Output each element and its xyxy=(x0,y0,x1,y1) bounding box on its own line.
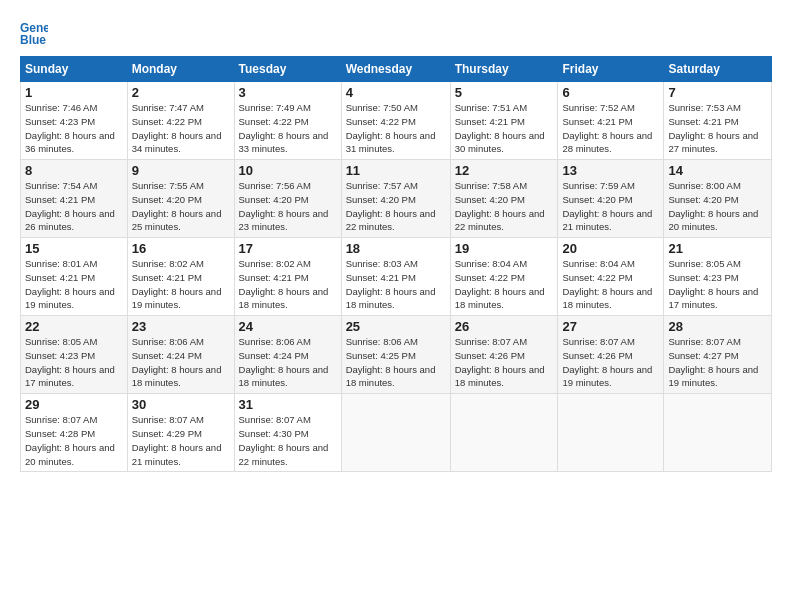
daylight-label: Daylight: 8 hours and 28 minutes. xyxy=(562,130,652,155)
calendar-cell: 18 Sunrise: 8:03 AM Sunset: 4:21 PM Dayl… xyxy=(341,238,450,316)
day-number: 29 xyxy=(25,397,123,412)
sunrise-label: Sunrise: 8:07 AM xyxy=(668,336,740,347)
sunset-label: Sunset: 4:23 PM xyxy=(25,116,95,127)
day-info: Sunrise: 8:02 AM Sunset: 4:21 PM Dayligh… xyxy=(239,257,337,312)
sunset-label: Sunset: 4:21 PM xyxy=(562,116,632,127)
sunrise-label: Sunrise: 7:58 AM xyxy=(455,180,527,191)
sunset-label: Sunset: 4:27 PM xyxy=(668,350,738,361)
calendar-cell: 20 Sunrise: 8:04 AM Sunset: 4:22 PM Dayl… xyxy=(558,238,664,316)
day-number: 24 xyxy=(239,319,337,334)
sunset-label: Sunset: 4:22 PM xyxy=(455,272,525,283)
daylight-label: Daylight: 8 hours and 18 minutes. xyxy=(562,286,652,311)
calendar-table: SundayMondayTuesdayWednesdayThursdayFrid… xyxy=(20,56,772,472)
week-row-2: 8 Sunrise: 7:54 AM Sunset: 4:21 PM Dayli… xyxy=(21,160,772,238)
day-number: 9 xyxy=(132,163,230,178)
daylight-label: Daylight: 8 hours and 31 minutes. xyxy=(346,130,436,155)
day-number: 16 xyxy=(132,241,230,256)
day-number: 12 xyxy=(455,163,554,178)
daylight-label: Daylight: 8 hours and 20 minutes. xyxy=(668,208,758,233)
sunset-label: Sunset: 4:21 PM xyxy=(668,116,738,127)
day-info: Sunrise: 8:04 AM Sunset: 4:22 PM Dayligh… xyxy=(455,257,554,312)
day-info: Sunrise: 8:03 AM Sunset: 4:21 PM Dayligh… xyxy=(346,257,446,312)
calendar-cell: 30 Sunrise: 8:07 AM Sunset: 4:29 PM Dayl… xyxy=(127,394,234,472)
day-info: Sunrise: 7:46 AM Sunset: 4:23 PM Dayligh… xyxy=(25,101,123,156)
daylight-label: Daylight: 8 hours and 30 minutes. xyxy=(455,130,545,155)
col-header-saturday: Saturday xyxy=(664,57,772,82)
day-info: Sunrise: 8:00 AM Sunset: 4:20 PM Dayligh… xyxy=(668,179,767,234)
daylight-label: Daylight: 8 hours and 18 minutes. xyxy=(455,364,545,389)
day-number: 4 xyxy=(346,85,446,100)
day-number: 23 xyxy=(132,319,230,334)
sunset-label: Sunset: 4:20 PM xyxy=(239,194,309,205)
calendar-cell: 19 Sunrise: 8:04 AM Sunset: 4:22 PM Dayl… xyxy=(450,238,558,316)
calendar-cell: 7 Sunrise: 7:53 AM Sunset: 4:21 PM Dayli… xyxy=(664,82,772,160)
day-number: 14 xyxy=(668,163,767,178)
day-info: Sunrise: 8:06 AM Sunset: 4:24 PM Dayligh… xyxy=(239,335,337,390)
day-info: Sunrise: 7:51 AM Sunset: 4:21 PM Dayligh… xyxy=(455,101,554,156)
day-info: Sunrise: 7:53 AM Sunset: 4:21 PM Dayligh… xyxy=(668,101,767,156)
day-number: 19 xyxy=(455,241,554,256)
calendar-cell: 12 Sunrise: 7:58 AM Sunset: 4:20 PM Dayl… xyxy=(450,160,558,238)
day-info: Sunrise: 8:07 AM Sunset: 4:26 PM Dayligh… xyxy=(455,335,554,390)
calendar-cell: 22 Sunrise: 8:05 AM Sunset: 4:23 PM Dayl… xyxy=(21,316,128,394)
calendar-cell: 17 Sunrise: 8:02 AM Sunset: 4:21 PM Dayl… xyxy=(234,238,341,316)
day-number: 6 xyxy=(562,85,659,100)
col-header-friday: Friday xyxy=(558,57,664,82)
sunset-label: Sunset: 4:22 PM xyxy=(562,272,632,283)
calendar-cell: 21 Sunrise: 8:05 AM Sunset: 4:23 PM Dayl… xyxy=(664,238,772,316)
calendar-cell: 1 Sunrise: 7:46 AM Sunset: 4:23 PM Dayli… xyxy=(21,82,128,160)
calendar-cell: 14 Sunrise: 8:00 AM Sunset: 4:20 PM Dayl… xyxy=(664,160,772,238)
day-info: Sunrise: 8:06 AM Sunset: 4:24 PM Dayligh… xyxy=(132,335,230,390)
week-row-4: 22 Sunrise: 8:05 AM Sunset: 4:23 PM Dayl… xyxy=(21,316,772,394)
page: General Blue SundayMondayTuesdayWednesda… xyxy=(0,0,792,612)
day-number: 2 xyxy=(132,85,230,100)
day-info: Sunrise: 8:06 AM Sunset: 4:25 PM Dayligh… xyxy=(346,335,446,390)
sunrise-label: Sunrise: 8:04 AM xyxy=(455,258,527,269)
calendar-cell: 11 Sunrise: 7:57 AM Sunset: 4:20 PM Dayl… xyxy=(341,160,450,238)
sunrise-label: Sunrise: 8:06 AM xyxy=(239,336,311,347)
daylight-label: Daylight: 8 hours and 19 minutes. xyxy=(668,364,758,389)
header: General Blue xyxy=(20,18,772,46)
col-header-thursday: Thursday xyxy=(450,57,558,82)
day-number: 15 xyxy=(25,241,123,256)
daylight-label: Daylight: 8 hours and 18 minutes. xyxy=(132,364,222,389)
day-number: 20 xyxy=(562,241,659,256)
sunrise-label: Sunrise: 7:56 AM xyxy=(239,180,311,191)
day-info: Sunrise: 8:02 AM Sunset: 4:21 PM Dayligh… xyxy=(132,257,230,312)
calendar-cell: 27 Sunrise: 8:07 AM Sunset: 4:26 PM Dayl… xyxy=(558,316,664,394)
sunset-label: Sunset: 4:20 PM xyxy=(132,194,202,205)
sunset-label: Sunset: 4:21 PM xyxy=(239,272,309,283)
sunset-label: Sunset: 4:21 PM xyxy=(455,116,525,127)
week-row-5: 29 Sunrise: 8:07 AM Sunset: 4:28 PM Dayl… xyxy=(21,394,772,472)
daylight-label: Daylight: 8 hours and 23 minutes. xyxy=(239,208,329,233)
calendar-cell: 26 Sunrise: 8:07 AM Sunset: 4:26 PM Dayl… xyxy=(450,316,558,394)
sunset-label: Sunset: 4:20 PM xyxy=(455,194,525,205)
sunset-label: Sunset: 4:23 PM xyxy=(25,350,95,361)
calendar-cell: 8 Sunrise: 7:54 AM Sunset: 4:21 PM Dayli… xyxy=(21,160,128,238)
sunrise-label: Sunrise: 7:50 AM xyxy=(346,102,418,113)
daylight-label: Daylight: 8 hours and 34 minutes. xyxy=(132,130,222,155)
sunrise-label: Sunrise: 7:49 AM xyxy=(239,102,311,113)
calendar-cell: 23 Sunrise: 8:06 AM Sunset: 4:24 PM Dayl… xyxy=(127,316,234,394)
daylight-label: Daylight: 8 hours and 36 minutes. xyxy=(25,130,115,155)
day-number: 7 xyxy=(668,85,767,100)
daylight-label: Daylight: 8 hours and 18 minutes. xyxy=(346,286,436,311)
day-number: 13 xyxy=(562,163,659,178)
calendar-header-row: SundayMondayTuesdayWednesdayThursdayFrid… xyxy=(21,57,772,82)
sunset-label: Sunset: 4:22 PM xyxy=(132,116,202,127)
day-number: 26 xyxy=(455,319,554,334)
calendar-cell: 15 Sunrise: 8:01 AM Sunset: 4:21 PM Dayl… xyxy=(21,238,128,316)
week-row-1: 1 Sunrise: 7:46 AM Sunset: 4:23 PM Dayli… xyxy=(21,82,772,160)
sunset-label: Sunset: 4:29 PM xyxy=(132,428,202,439)
calendar-cell: 16 Sunrise: 8:02 AM Sunset: 4:21 PM Dayl… xyxy=(127,238,234,316)
sunrise-label: Sunrise: 8:06 AM xyxy=(346,336,418,347)
daylight-label: Daylight: 8 hours and 33 minutes. xyxy=(239,130,329,155)
daylight-label: Daylight: 8 hours and 19 minutes. xyxy=(25,286,115,311)
sunrise-label: Sunrise: 7:51 AM xyxy=(455,102,527,113)
sunrise-label: Sunrise: 8:02 AM xyxy=(132,258,204,269)
daylight-label: Daylight: 8 hours and 22 minutes. xyxy=(346,208,436,233)
daylight-label: Daylight: 8 hours and 18 minutes. xyxy=(346,364,436,389)
sunset-label: Sunset: 4:20 PM xyxy=(346,194,416,205)
day-info: Sunrise: 7:52 AM Sunset: 4:21 PM Dayligh… xyxy=(562,101,659,156)
sunrise-label: Sunrise: 8:07 AM xyxy=(455,336,527,347)
